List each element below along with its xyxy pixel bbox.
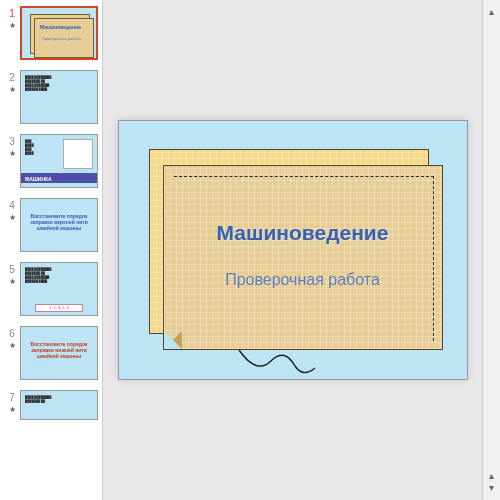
scroll-up-icon[interactable]: ▴ <box>486 6 498 18</box>
next-slide-icon[interactable]: ▾ <box>486 482 498 494</box>
slide-thumbnail-image[interactable]: Машиноведение Проверочная работа <box>20 6 98 60</box>
star-icon: ★ <box>9 405 16 414</box>
fold-corner-bg <box>164 331 182 349</box>
slide-number: 2 <box>9 72 15 83</box>
stitch-border <box>174 176 434 341</box>
slide-thumbnail-4[interactable]: 4 ★ Восстановите порядок заправки верхне… <box>4 198 98 252</box>
slide-number: 5 <box>9 264 15 275</box>
thread-icon <box>237 348 317 378</box>
slide-thumbnail-image[interactable]: ████ ███████████████ ██ <box>20 390 98 420</box>
right-toolbar: ▴ ▴ ▾ <box>482 0 500 500</box>
slide-number: 4 <box>9 200 15 211</box>
slide-thumbnail-image[interactable]: Восстановите порядок заправки нижней нит… <box>20 326 98 380</box>
star-icon: ★ <box>9 277 16 286</box>
slide-number: 7 <box>9 392 15 403</box>
slide-number: 3 <box>9 136 15 147</box>
slide-thumbnail-image[interactable]: Восстановите порядок заправки верхней ни… <box>20 198 98 252</box>
slide-editor[interactable]: Машиноведение Проверочная работа <box>103 0 482 500</box>
star-icon: ★ <box>9 85 16 94</box>
slide-thumbnail-3[interactable]: 3 ★ ██████████████ МАШИНКА <box>4 134 98 188</box>
card-front: Машиноведение Проверочная работа <box>163 165 443 350</box>
slide-title[interactable]: Машиноведение <box>164 221 442 245</box>
slide-subtitle[interactable]: Проверочная работа <box>164 271 442 289</box>
star-icon: ★ <box>9 213 16 222</box>
slide-thumbnail-image[interactable]: ██████████████ МАШИНКА <box>20 134 98 188</box>
slide-thumbnail-image[interactable]: ████ ███████████████ ██████ ████████████… <box>20 70 98 124</box>
slide-thumbnail-5[interactable]: 5 ★ ████ ███████████████ ██████ ████████… <box>4 262 98 316</box>
slide-number: 1 <box>9 8 15 19</box>
slide-thumbnail-7[interactable]: 7 ★ ████ ███████████████ ██ <box>4 390 98 420</box>
slide-thumbnail-1[interactable]: 1 ★ Машиноведение Проверочная работа <box>4 6 98 60</box>
slide-panel[interactable]: 1 ★ Машиноведение Проверочная работа 2 ★… <box>0 0 103 500</box>
slide-canvas[interactable]: Машиноведение Проверочная работа <box>118 120 468 380</box>
star-icon: ★ <box>9 341 16 350</box>
slide-number: 6 <box>9 328 15 339</box>
star-icon: ★ <box>9 21 16 30</box>
slide-thumbnail-image[interactable]: ████ ███████████████ ██████ ████████████… <box>20 262 98 316</box>
prev-slide-icon[interactable]: ▴ <box>486 470 498 482</box>
slide-thumbnail-6[interactable]: 6 ★ Восстановите порядок заправки нижней… <box>4 326 98 380</box>
star-icon: ★ <box>9 149 16 158</box>
slide-thumbnail-2[interactable]: 2 ★ ████ ███████████████ ██████ ████████… <box>4 70 98 124</box>
